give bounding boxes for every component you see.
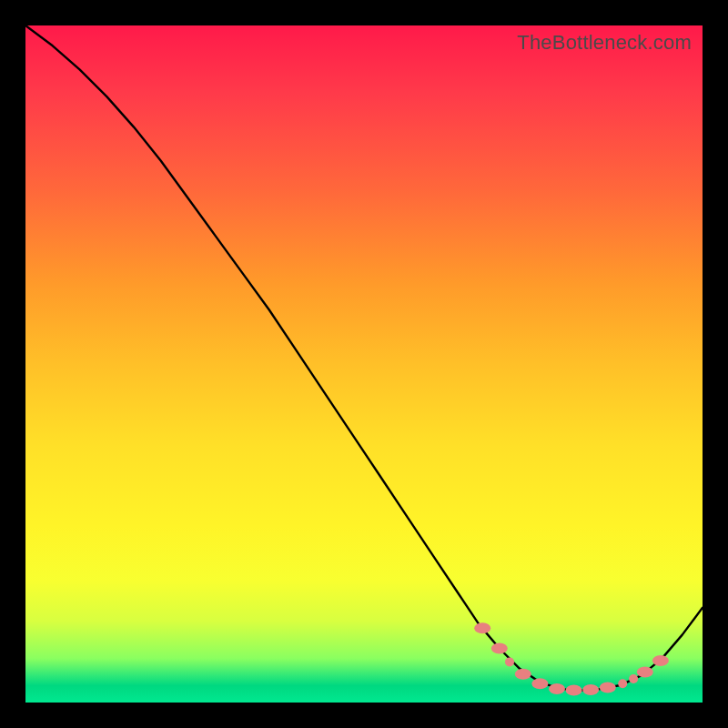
marker-dot (582, 684, 599, 695)
marker-dot (474, 622, 490, 633)
marker-dot (515, 669, 531, 680)
marker-dot (491, 643, 508, 654)
curve-line (25, 25, 703, 691)
data-markers (474, 622, 669, 695)
chart-svg (25, 25, 703, 703)
marker-dot (652, 655, 669, 666)
marker-dot (531, 678, 548, 689)
chart-frame: TheBottleneck.com (0, 0, 728, 728)
marker-dot (618, 679, 627, 688)
watermark-text: TheBottleneck.com (517, 31, 692, 55)
marker-dot (566, 685, 582, 696)
marker-dot (629, 674, 638, 683)
marker-dot (505, 657, 514, 666)
marker-dot (549, 683, 565, 694)
plot-area: TheBottleneck.com (25, 25, 703, 703)
marker-dot (600, 682, 616, 693)
marker-dot (637, 667, 653, 678)
